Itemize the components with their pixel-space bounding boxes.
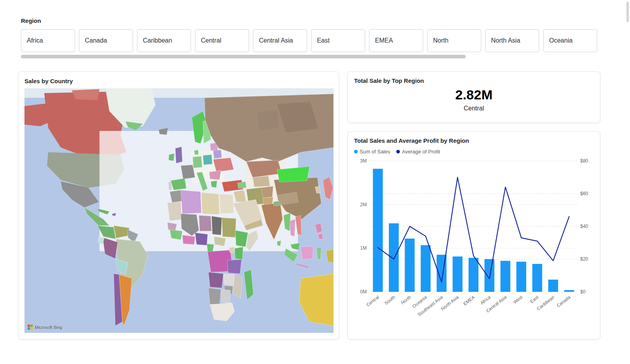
- left-axis-tick: 3M: [360, 158, 367, 164]
- bar-south[interactable]: [389, 223, 399, 292]
- bar-africa[interactable]: [484, 259, 494, 292]
- map-car[interactable]: [214, 237, 226, 246]
- x-axis-label: North Asia: [440, 295, 460, 311]
- bar-oceania[interactable]: [421, 245, 431, 292]
- map-poland[interactable]: [203, 155, 212, 165]
- map-ghana-ivorycoast[interactable]: [182, 235, 195, 245]
- region-filter-africa[interactable]: Africa: [21, 29, 75, 52]
- sales-by-country-card: Sales by Country: [18, 71, 339, 340]
- region-filter-caribbean[interactable]: Caribbean: [137, 29, 191, 52]
- map-mauritania[interactable]: [167, 202, 182, 221]
- map-sudan[interactable]: [222, 218, 236, 237]
- map-balkans[interactable]: [209, 170, 221, 180]
- legend-dot-icon: [396, 150, 400, 153]
- map-philippines-south[interactable]: [318, 233, 323, 239]
- chart-card-title: Total Sales and Average Profit by Region: [354, 137, 594, 144]
- world-map-canvas[interactable]: Microsoft Bing: [24, 88, 334, 333]
- bar-emea[interactable]: [469, 258, 478, 292]
- map-libya[interactable]: [201, 192, 219, 215]
- bar-north-asia[interactable]: [453, 256, 463, 292]
- map-afghanistan[interactable]: [261, 186, 273, 198]
- bar-canada[interactable]: [564, 290, 574, 292]
- map-thailand[interactable]: [290, 219, 295, 237]
- map-belarus[interactable]: [213, 150, 222, 159]
- map-algeria[interactable]: [181, 190, 201, 214]
- world-map[interactable]: [24, 88, 334, 333]
- region-filter-row: AfricaCanadaCaribbeanCentralCentral Asia…: [21, 29, 600, 52]
- legend-item-sum-of-sales[interactable]: Sum of Sales: [354, 149, 390, 155]
- map-niger[interactable]: [199, 215, 212, 231]
- map-ukraine[interactable]: [213, 158, 234, 172]
- combo-chart: 0M1M2M3M$0$20$40$60$80CentralSouthNorthO…: [354, 155, 594, 334]
- map-portugal[interactable]: [168, 181, 172, 190]
- legend-item-average-of-profit[interactable]: Average of Profit: [396, 149, 440, 155]
- x-axis-label: Africa: [480, 295, 492, 306]
- region-filter-canada[interactable]: Canada: [79, 29, 133, 52]
- map-arctic-islands: [72, 89, 99, 100]
- bar-caribbean[interactable]: [548, 280, 558, 292]
- region-filter-oceania[interactable]: Oceania: [543, 29, 597, 52]
- map-uk[interactable]: [175, 147, 182, 163]
- bar-west[interactable]: [516, 262, 526, 292]
- right-axis-tick: $60: [580, 191, 588, 196]
- map-uzbekistan[interactable]: [253, 176, 270, 187]
- map-guinea[interactable]: [170, 230, 182, 240]
- region-filter-emea[interactable]: EMEA: [369, 29, 423, 52]
- kpi-card-title: Total Sale by Top Region: [354, 77, 594, 84]
- map-germany[interactable]: [193, 156, 202, 168]
- map-egypt[interactable]: [219, 194, 234, 214]
- region-filter-east[interactable]: East: [311, 29, 365, 52]
- x-axis-label: East: [529, 295, 540, 304]
- map-chad[interactable]: [212, 216, 222, 235]
- map-attribution: Microsoft Bing: [28, 325, 62, 330]
- map-srilanka[interactable]: [277, 241, 281, 246]
- region-filter-scrollbar[interactable]: [21, 55, 466, 58]
- region-filter-north[interactable]: North: [427, 29, 481, 52]
- bar-east[interactable]: [532, 264, 542, 292]
- right-axis-tick: $0: [580, 289, 586, 295]
- x-axis-label: North: [400, 295, 412, 305]
- region-filter-label: Region: [21, 17, 600, 24]
- map-greece[interactable]: [211, 181, 217, 188]
- left-axis-tick: 2M: [360, 202, 367, 207]
- region-filter-north-asia[interactable]: North Asia: [485, 29, 539, 52]
- region-filter-section: Region AfricaCanadaCaribbeanCentralCentr…: [21, 17, 600, 58]
- page-scrollbar[interactable]: [626, 2, 629, 22]
- legend-label: Average of Profit: [402, 149, 440, 155]
- map-ural-patch[interactable]: [257, 110, 279, 130]
- sales-profit-chart-card: Total Sales and Average Profit by Region…: [347, 131, 600, 340]
- bar-north[interactable]: [405, 239, 414, 292]
- map-uganda[interactable]: [229, 247, 234, 253]
- map-iraq[interactable]: [234, 190, 246, 202]
- x-axis-label: EMEA: [463, 295, 476, 306]
- kpi-value: 2.82M: [354, 87, 594, 103]
- left-axis-tick: 0M: [360, 289, 367, 295]
- right-column: Total Sale by Top Region 2.82M Central T…: [347, 71, 600, 340]
- bar-central[interactable]: [373, 169, 383, 292]
- map-nigeria[interactable]: [195, 233, 208, 245]
- map-denmark[interactable]: [194, 150, 199, 155]
- map-angola[interactable]: [208, 272, 223, 288]
- map-kenya[interactable]: [234, 247, 243, 259]
- map-tanzania[interactable]: [227, 259, 242, 274]
- bar-central-asia[interactable]: [501, 261, 510, 292]
- legend-dot-icon: [354, 150, 358, 153]
- map-borneo[interactable]: [301, 246, 313, 259]
- map-attribution-text: Microsoft Bing: [35, 325, 62, 330]
- map-ireland[interactable]: [169, 153, 174, 161]
- map-zambia[interactable]: [223, 274, 234, 286]
- map-mozambique[interactable]: [233, 274, 242, 298]
- map-morocco[interactable]: [170, 190, 182, 203]
- map-ethiopia[interactable]: [235, 230, 248, 247]
- map-france[interactable]: [181, 165, 195, 179]
- x-axis-label: Central: [366, 295, 380, 307]
- microsoft-logo-icon: [28, 325, 33, 330]
- map-sulawesi[interactable]: [317, 247, 321, 259]
- chart-legend: Sum of SalesAverage of Profit: [354, 149, 594, 155]
- region-filter-central-asia[interactable]: Central Asia: [253, 29, 307, 52]
- left-axis-tick: 1M: [360, 245, 367, 251]
- map-namibia[interactable]: [208, 288, 221, 305]
- region-filter-central[interactable]: Central: [195, 29, 249, 52]
- dashboard-body: Sales by Country: [18, 71, 600, 340]
- map-botswana[interactable]: [221, 289, 231, 303]
